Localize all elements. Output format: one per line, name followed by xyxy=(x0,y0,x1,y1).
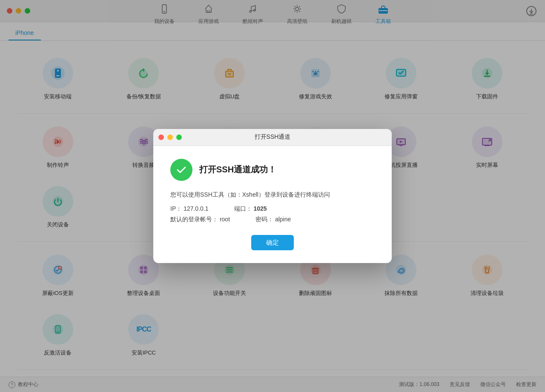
modal-ip-row: IP： 127.0.0.1 端口： 1025 xyxy=(170,203,375,214)
modal-overlay: 打开SSH通道 打开SSH通道成功！ 您可以使用SSH工具（如：Xshell）登… xyxy=(0,0,545,392)
account-field: 默认的登录帐号： root xyxy=(170,214,230,225)
ip-value: 127.0.0.1 xyxy=(184,205,208,212)
modal-desc: 您可以使用SSH工具（如：Xshell）登录到设备进行终端访问 xyxy=(170,189,375,200)
modal-body: 打开SSH通道成功！ 您可以使用SSH工具（如：Xshell）登录到设备进行终端… xyxy=(153,146,392,263)
ip-label: IP： xyxy=(170,205,182,212)
modal-titlebar: 打开SSH通道 xyxy=(153,129,392,146)
modal-title: 打开SSH通道 xyxy=(255,133,291,141)
success-icon xyxy=(170,159,192,181)
modal-success-row: 打开SSH通道成功！ xyxy=(170,159,375,181)
modal-success-title: 打开SSH通道成功！ xyxy=(199,164,276,175)
password-field: 密码： alpine xyxy=(255,214,291,225)
port-label: 端口： xyxy=(234,205,252,212)
modal-maximize-button[interactable] xyxy=(176,134,182,140)
port-field: 端口： 1025 xyxy=(234,203,267,214)
modal-close-button[interactable] xyxy=(158,134,164,140)
port-value: 1025 xyxy=(253,205,267,212)
password-value: alpine xyxy=(275,216,291,223)
confirm-button[interactable]: 确定 xyxy=(251,235,294,250)
modal-info: 您可以使用SSH工具（如：Xshell）登录到设备进行终端访问 IP： 127.… xyxy=(170,189,375,225)
modal-minimize-button[interactable] xyxy=(167,134,173,140)
modal-account-row: 默认的登录帐号： root 密码： alpine xyxy=(170,214,375,225)
password-label: 密码： xyxy=(255,216,273,223)
account-label: 默认的登录帐号： xyxy=(170,216,218,223)
ssh-modal: 打开SSH通道 打开SSH通道成功！ 您可以使用SSH工具（如：Xshell）登… xyxy=(153,129,392,263)
ip-field: IP： 127.0.0.1 xyxy=(170,203,209,214)
modal-traffic-lights xyxy=(158,134,182,140)
account-value: root xyxy=(220,216,230,223)
